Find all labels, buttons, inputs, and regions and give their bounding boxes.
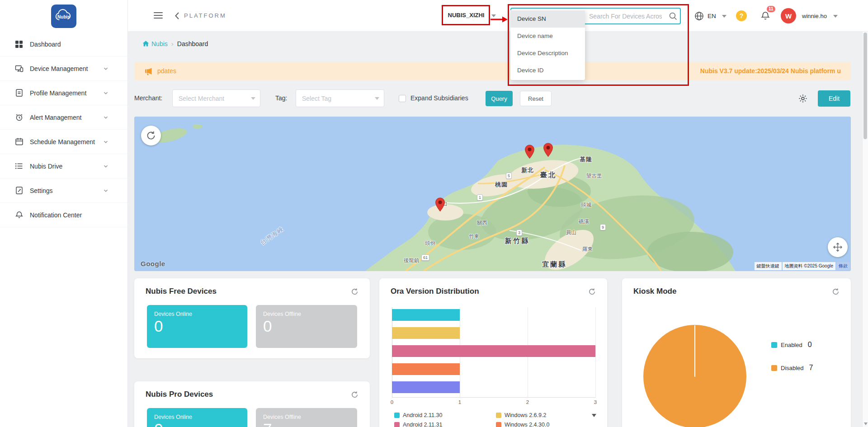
map-label: 後龍鎮 — [404, 257, 420, 264]
map-attribution: 鍵盤快速鍵地圖資料 ©2025 Google條款 — [755, 262, 850, 270]
tile-value: 0 — [154, 421, 240, 427]
top-header: PLATFORM NUBIS_XIZHI EN ? 11 W winnie.ho — [128, 0, 868, 32]
legend-swatch — [771, 365, 777, 371]
edit-button[interactable]: Edit — [818, 90, 850, 107]
dropdown-option-device-id[interactable]: Device ID — [510, 62, 585, 79]
map-pan-button[interactable] — [828, 237, 848, 257]
scroll-down-arrow-icon[interactable] — [864, 422, 868, 425]
google-logo: Google — [141, 260, 165, 267]
chevron-down-icon — [103, 188, 108, 193]
username[interactable]: winnie.ho — [802, 13, 827, 19]
legend-item-disabled[interactable]: Disabled7 — [771, 364, 813, 372]
scrollbar-thumb[interactable] — [863, 33, 867, 139]
avatar[interactable]: W — [781, 8, 796, 23]
tag-select-placeholder: Select Tag — [302, 95, 331, 102]
dashboard-icon — [15, 40, 24, 48]
x-tick-label: 3 — [594, 399, 597, 405]
card-title: Nubis Pro Devices — [146, 390, 213, 399]
announcement-banner: pdates Nubis V3.7 update:2025/03/24 Nubi… — [134, 62, 851, 80]
breadcrumb-current: Dashboard — [177, 40, 208, 47]
sidebar-item-schedule-management[interactable]: Schedule Management — [0, 130, 127, 154]
route-shield: 61 — [421, 254, 429, 261]
map-refresh-button[interactable] — [141, 126, 161, 145]
notification-center-icon — [15, 211, 24, 219]
chevron-down-icon — [103, 164, 108, 169]
sidebar-item-dashboard[interactable]: Dashboard — [0, 32, 127, 56]
legend-swatch — [394, 413, 400, 418]
nubis-cloud-logo-icon: Nubis — [53, 7, 74, 26]
refresh-icon[interactable] — [351, 288, 359, 296]
terms-link[interactable]: 條款 — [836, 262, 850, 270]
tile-value: 0 — [154, 318, 240, 335]
keyboard-shortcuts-link[interactable]: 鍵盤快速鍵 — [755, 262, 782, 270]
route-shield: 3 — [516, 230, 522, 236]
legend-swatch — [496, 413, 501, 418]
sidebar-item-label: Schedule Management — [30, 138, 95, 145]
sidebar-item-alert-management[interactable]: Alert Management — [0, 105, 127, 130]
breadcrumb-separator: › — [171, 40, 174, 47]
legend-swatch — [496, 422, 501, 427]
legend-value: 7 — [809, 364, 813, 372]
help-icon[interactable]: ? — [736, 10, 747, 21]
map-overlays: 基隆臺北新北望古里桃園湖口關西竹東新竹縣頭份後龍鎮頭城礁溪員山宜蘭縣羅東台灣海峽… — [134, 117, 851, 271]
map-marker-icon[interactable] — [524, 145, 535, 159]
menu-toggle-button[interactable] — [154, 12, 163, 19]
gear-icon[interactable] — [798, 94, 808, 103]
breadcrumb-home-link[interactable]: Nubis — [142, 40, 168, 47]
map-label: 桃園 — [495, 181, 508, 189]
chevron-down-icon — [722, 15, 726, 18]
legend-item-enabled[interactable]: Enabled0 — [771, 341, 813, 349]
map-label: 頭份 — [425, 240, 435, 247]
sidebar-item-settings[interactable]: Settings — [0, 178, 127, 203]
legend-item-android-2-11-31[interactable]: Android 2.11.31 — [394, 422, 442, 427]
device-management-icon — [15, 64, 24, 73]
devices-online-tile: Devices Online 0 — [147, 305, 247, 348]
devices-offline-tile: Devices Offline 7 — [256, 408, 357, 427]
tag-label: Tag: — [275, 89, 287, 107]
dropdown-option-device-name[interactable]: Device name — [510, 28, 585, 45]
legend-label: Android 2.11.30 — [403, 412, 442, 418]
sidebar-item-nubis-drive[interactable]: Nubis Drive — [0, 154, 127, 178]
merchant-select-placeholder: Select Merchant — [179, 95, 224, 102]
route-shield: 5 — [506, 173, 512, 179]
card-nubis-free-devices: Nubis Free Devices Devices Online 0 Devi… — [134, 278, 370, 358]
devices-online-tile: Devices Online 0 — [147, 408, 247, 427]
globe-icon[interactable] — [694, 11, 704, 21]
dropdown-option-device-sn[interactable]: Device SN — [510, 10, 585, 28]
sidebar-item-notification-center[interactable]: Notification Center — [0, 203, 127, 227]
tag-select[interactable]: Select Tag — [296, 89, 384, 107]
sidebar-item-profile-management[interactable]: Profile Management — [0, 81, 127, 105]
dropdown-option-device-description[interactable]: Device Description — [510, 45, 585, 62]
refresh-icon[interactable] — [351, 391, 359, 399]
map-marker-icon[interactable] — [543, 143, 553, 157]
map-label: 頭城 — [581, 202, 591, 208]
card-kiosk-mode: Kiosk Mode Enabled0Disabled7 — [622, 278, 851, 427]
reset-button[interactable]: Reset — [520, 91, 552, 106]
legend-label: Windows 2.4.30.0 — [505, 422, 549, 427]
back-chevron-icon[interactable] — [175, 12, 179, 20]
refresh-icon[interactable] — [832, 288, 840, 296]
sidebar-item-device-management[interactable]: Device Management — [0, 56, 127, 81]
bar-android-2-11-31 — [392, 345, 595, 357]
app-logo[interactable]: Nubis — [51, 5, 76, 28]
ora-bar-plot — [392, 307, 595, 398]
legend-item-windows-2-4-30-0[interactable]: Windows 2.4.30.0 — [496, 422, 549, 427]
search-icon[interactable] — [669, 12, 677, 20]
legend-scroll-icon[interactable] — [592, 414, 596, 417]
sync-icon — [146, 131, 156, 141]
merchant-selector[interactable]: NUBIS_XIZHI — [443, 6, 489, 25]
query-button[interactable]: Query — [486, 91, 513, 106]
refresh-icon[interactable] — [588, 288, 596, 296]
language-selector[interactable]: EN — [708, 13, 716, 19]
map-panel[interactable]: 基隆臺北新北望古里桃園湖口關西竹東新竹縣頭份後龍鎮頭城礁溪員山宜蘭縣羅東台灣海峽… — [134, 117, 851, 271]
merchant-select[interactable]: Select Merchant — [172, 89, 260, 107]
map-marker-icon[interactable] — [435, 197, 445, 212]
legend-item-android-2-11-30[interactable]: Android 2.11.30 — [394, 412, 442, 418]
expand-subsidiaries-checkbox[interactable] — [399, 95, 406, 102]
card-title: Ora Version Distribution — [391, 287, 479, 296]
map-label: 竹東 — [469, 233, 479, 240]
gridline — [595, 307, 596, 398]
legend-item-windows-2-6-9-2[interactable]: Windows 2.6.9.2 — [496, 412, 546, 418]
route-shield: 1 — [477, 194, 483, 201]
platform-label[interactable]: PLATFORM — [184, 12, 226, 19]
